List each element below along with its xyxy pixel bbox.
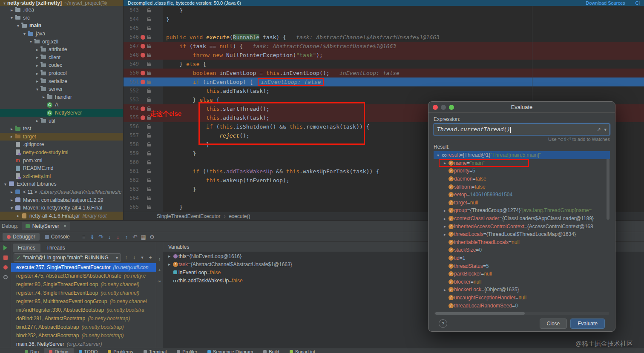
help-button[interactable]: ? — [439, 319, 447, 328]
close-icon[interactable]: × — [63, 223, 66, 229]
chevron-right-icon[interactable]: ▸ — [442, 208, 448, 213]
breakpoint-icon[interactable] — [141, 35, 145, 40]
evaluate-result-row[interactable]: funcaughtExceptionHandler = null — [434, 294, 610, 302]
frame-row[interactable]: main:36, NettyServer(org.xzll.server) — [11, 340, 156, 348]
tab-debugger[interactable]: Debugger — [3, 233, 40, 241]
editor-gutter[interactable]: 546 — [124, 33, 163, 42]
editor-gutter[interactable]: 558 — [124, 140, 163, 149]
tree-item-java[interactable]: ▾java — [0, 30, 123, 38]
chevron-down-icon[interactable]: ▾ — [34, 87, 40, 92]
tree-item-client[interactable]: ▸client — [0, 54, 123, 62]
tree-item-external-libraries[interactable]: ▾External Libraries — [0, 180, 123, 188]
editor-gutter[interactable]: 545 — [124, 24, 163, 33]
chevron-down-icon[interactable]: ▾ — [15, 23, 21, 28]
evaluate-result-row[interactable]: finheritableThreadLocals = null — [434, 238, 610, 247]
chevron-right-icon[interactable]: ▸ — [34, 63, 40, 68]
tree-item-util[interactable]: ▸util — [0, 117, 123, 125]
tab-frames[interactable]: Frames — [13, 244, 40, 252]
frame-row[interactable]: register:74, SingleThreadEventLoop(io.ne… — [11, 289, 156, 297]
chevron-right-icon[interactable]: ▸ — [34, 79, 40, 83]
frame-row[interactable]: bind:277, AbstractBootstrap(io.netty.boo… — [11, 323, 156, 331]
editor-gutter[interactable]: 557 — [124, 131, 163, 140]
evaluate-result-row[interactable]: ▾ooresult = {Thread@1} "Thread[main,5,ma… — [434, 151, 610, 159]
layout-settings-icon[interactable]: ≡ — [80, 234, 88, 240]
add-watch-icon[interactable]: + — [158, 267, 161, 273]
chevron-right-icon[interactable]: ▸ — [442, 224, 448, 229]
editor-gutter[interactable]: 553 — [124, 95, 163, 104]
editor-gutter[interactable]: 564 — [124, 194, 163, 203]
tree-item-xzll-netty-iml[interactable]: xzll-netty.iml — [0, 172, 123, 180]
tree-item-netty-all-4-1-6-final-jar[interactable]: ▸netty-all-4.1.6.Final.jarlibrary root — [0, 212, 123, 220]
editor-gutter[interactable]: 565 — [124, 203, 163, 212]
evaluate-result-row[interactable]: fthreadLocalRandomProbe = 0 — [434, 310, 610, 311]
mute-breakpoints-icon[interactable] — [3, 275, 8, 280]
breakpoint-icon[interactable] — [141, 71, 145, 75]
close-window-icon[interactable] — [433, 105, 438, 110]
chevron-right-icon[interactable]: ▸ — [442, 161, 448, 165]
breakpoint-icon[interactable] — [141, 115, 145, 120]
editor-gutter[interactable]: 562 — [124, 176, 163, 185]
tree-item-pom-xml[interactable]: pom.xml — [0, 156, 123, 164]
tree-item-main[interactable]: ▾main — [0, 22, 123, 30]
chevron-right-icon[interactable]: ▸ — [167, 262, 172, 267]
evaluate-result-row[interactable]: feetop = 140610593941504 — [434, 191, 610, 199]
tree-item-nettyserver[interactable]: NettyServer — [0, 109, 123, 117]
editor-gutter[interactable]: 550 — [124, 69, 163, 77]
editor-gutter[interactable]: 560 — [124, 158, 163, 167]
tree-item-protocol[interactable]: ▸protocol — [0, 69, 123, 77]
thread-selector[interactable]: ✓ "main"@1 in group "main": RUNNING ▾ — [14, 253, 121, 262]
breakpoint-icon[interactable] — [141, 106, 145, 111]
chevron-right-icon[interactable]: ▸ — [34, 118, 40, 123]
tree-item-maven-com-alibaba-fastjson-1-2-29[interactable]: ▸Maven: com.alibaba:fastjson:1.2.29 — [0, 196, 123, 204]
chevron-right-icon[interactable]: ▸ — [34, 55, 40, 60]
frame-row[interactable]: initAndRegister:330, AbstractBootstrap(i… — [11, 306, 156, 314]
evaluate-result-row[interactable]: fparkBlocker = null — [434, 270, 610, 278]
tree-item--idea[interactable]: ▸.idea — [0, 6, 123, 14]
evaluate-result-row[interactable]: fdaemon = false — [434, 175, 610, 183]
statusbar-item-run[interactable]: Run — [20, 348, 44, 353]
evaluate-result-row[interactable]: fblocker = null — [434, 278, 610, 286]
force-step-into-icon[interactable]: ↓ — [114, 234, 122, 240]
statusbar-item-problems[interactable]: Problems — [103, 348, 138, 353]
evaluate-result-row[interactable]: ▸fname = "main" — [434, 159, 610, 167]
evaluate-result-row[interactable]: fthreadLocalRandomSeed = 0 — [434, 301, 610, 310]
evaluate-result-row[interactable]: fstackSize = 0 — [434, 246, 610, 254]
chevron-right-icon[interactable]: ▸ — [442, 232, 448, 237]
tree-item-maven-io-netty-netty-all-4-1-6-final[interactable]: ▾Maven: io.netty:netty-all:4.1.6.Final — [0, 204, 123, 212]
tree-item-src[interactable]: ▾src — [0, 14, 123, 22]
debug-session-tab[interactable]: NettyServer × — [22, 222, 70, 230]
statusbar-item-build[interactable]: Build — [258, 348, 284, 353]
evaluate-button[interactable]: Evaluate — [570, 319, 605, 329]
tree-item-codec[interactable]: ▸codec — [0, 61, 123, 69]
tree-item-target[interactable]: ▸target — [0, 133, 123, 141]
evaluate-result-row[interactable]: ▸fthreadLocals = {ThreadLocal$ThreadLoca… — [434, 230, 610, 238]
chevron-right-icon[interactable]: ▸ — [9, 8, 14, 12]
view-as-table-icon[interactable]: ▦ — [140, 234, 147, 240]
chevron-down-icon[interactable]: ▾ — [2, 1, 7, 6]
frame-row[interactable]: doBind:281, AbstractBootstrap(io.netty.b… — [11, 314, 156, 323]
step-over-icon[interactable]: ↷ — [97, 234, 105, 240]
chevron-right-icon[interactable]: ▸ — [9, 189, 14, 194]
hide-frames-filter-icon[interactable]: ▼ — [139, 255, 145, 260]
chevron-right-icon[interactable]: ▸ — [9, 134, 14, 139]
editor-gutter[interactable]: 547 — [124, 42, 163, 51]
chevron-down-icon[interactable]: ▾ — [22, 32, 27, 36]
evaluate-dialog-titlebar[interactable]: Evaluate — [428, 102, 615, 113]
chevron-right-icon[interactable]: ▸ — [15, 213, 21, 218]
evaluate-result-row[interactable]: ▸fgroup = {ThreadGroup@1274} "java.lang.… — [434, 207, 610, 215]
statusbar-item-profiler[interactable]: Profiler — [172, 348, 202, 353]
chevron-down-icon[interactable]: ▾ — [116, 255, 118, 260]
tab-console[interactable]: Console — [40, 233, 74, 241]
project-root-row[interactable]: ▾ netty-study [xzll-netty] ~/mysel_proje… — [0, 0, 123, 6]
editor-gutter[interactable]: 552 — [124, 86, 163, 95]
expression-value[interactable]: Thread.currentThread() — [437, 126, 510, 132]
evaluate-result-row[interactable]: fpriority = 5 — [434, 167, 610, 175]
editor-gutter[interactable]: 548 — [124, 51, 163, 60]
editor-gutter[interactable]: 549 — [124, 60, 163, 69]
tree-item--gitignore[interactable]: .gitignore — [0, 141, 123, 149]
evaluate-result-row[interactable]: ▸fblockerLock = {Object@1635} — [434, 286, 610, 294]
frame-row[interactable]: execute:757, SingleThreadEventExecutor(i… — [11, 263, 156, 272]
chevron-right-icon[interactable]: ▸ — [442, 287, 448, 292]
tree-item-handler[interactable]: ▸handler — [0, 93, 123, 101]
editor-gutter[interactable]: 543 — [124, 6, 163, 15]
